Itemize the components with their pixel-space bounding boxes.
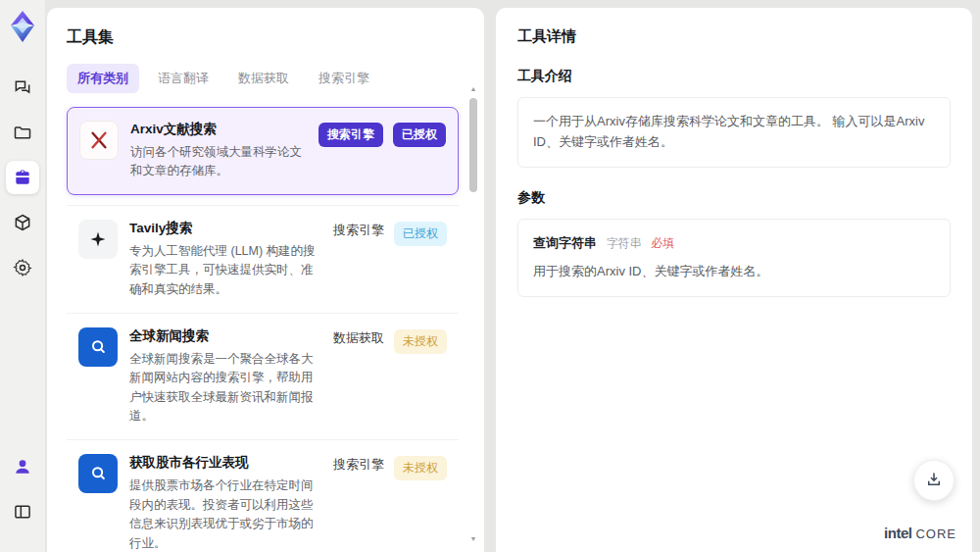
param-type: 字符串: [607, 236, 642, 250]
scroll-down-icon[interactable]: ▼: [470, 534, 477, 544]
category-label: 搜索引擎: [333, 222, 384, 239]
category-tabs: 所有类别 语言翻译 数据获取 搜索引擎: [67, 64, 459, 93]
tool-description: 全球新闻搜索是一个聚合全球各大新闻网站内容的搜索引擎，帮助用户快速获取全球最新资…: [129, 350, 321, 427]
scrollbar-track[interactable]: [469, 94, 477, 534]
avatar-icon: [13, 457, 32, 477]
sidebar-item-toolset[interactable]: [6, 161, 39, 194]
toolset-panel: 工具集 所有类别 语言翻译 数据获取 搜索引擎 Arxiv文献搜索 访问各个研究…: [47, 8, 484, 552]
tab-search-engine[interactable]: 搜索引擎: [308, 64, 380, 93]
chat-bubbles-icon: [13, 77, 32, 97]
tool-name: 获取股市各行业表现: [129, 454, 321, 472]
tool-description: 专为人工智能代理 (LLM) 构建的搜索引擎工具，可快速提供实时、准确和真实的结…: [129, 242, 321, 299]
sidebar-item-chat[interactable]: [6, 71, 39, 104]
tool-list-item-arxiv[interactable]: Arxiv文献搜索 访问各个研究领域大量科学论文和文章的存储库。 搜索引擎 已授…: [67, 107, 459, 195]
folder-icon: [13, 123, 32, 142]
gear-icon: [13, 258, 32, 277]
tool-description: 访问各个研究领域大量科学论文和文章的存储库。: [130, 143, 307, 181]
cube-icon: [13, 213, 32, 232]
panel-collapse-icon: [13, 502, 32, 522]
category-label: 搜索引擎: [333, 456, 384, 474]
list-scrollbar[interactable]: ▲ ▼: [468, 84, 478, 544]
category-badge: 搜索引擎: [318, 123, 383, 147]
sidebar-item-profile[interactable]: [6, 450, 39, 483]
auth-status-badge: 已授权: [393, 123, 446, 147]
tool-detail-panel: 工具详情 工具介绍 一个用于从Arxiv存储库搜索科学论文和文章的工具。 输入可…: [496, 8, 972, 552]
app-logo-icon[interactable]: [8, 10, 37, 43]
core-wordmark: CORE: [915, 527, 956, 540]
tool-list-item-sector-performance[interactable]: 获取股市各行业表现 提供股票市场各个行业在特定时间段内的表现。投资者可以利用这些…: [67, 440, 459, 552]
arxiv-logo-icon: [79, 121, 119, 160]
blue-search-logo-icon: [78, 454, 118, 493]
scroll-up-icon[interactable]: ▲: [470, 84, 477, 94]
tool-name: Tavily搜索: [129, 220, 321, 237]
download-button[interactable]: [913, 460, 955, 501]
app-root: 工具集 所有类别 语言翻译 数据获取 搜索引擎 Arxiv文献搜索 访问各个研究…: [0, 0, 980, 552]
intel-wordmark: intel: [884, 526, 911, 540]
param-box: 查询字符串 字符串 必填 用于搜索的Arxiv ID、关键字或作者姓名。: [517, 219, 951, 298]
sidebar-item-packages[interactable]: [6, 206, 39, 239]
download-icon: [925, 471, 943, 491]
sidebar-item-collapse[interactable]: [6, 495, 39, 528]
category-label: 数据获取: [333, 329, 384, 347]
sidebar-item-files[interactable]: [6, 116, 39, 149]
param-required-flag: 必填: [651, 236, 674, 250]
tool-list-item-tavily[interactable]: Tavily搜索 专为人工智能代理 (LLM) 构建的搜索引擎工具，可快速提供实…: [67, 206, 459, 314]
tool-list: Tavily搜索 专为人工智能代理 (LLM) 构建的搜索引擎工具，可快速提供实…: [67, 205, 459, 552]
scrollbar-thumb[interactable]: [469, 98, 477, 192]
intro-heading: 工具介绍: [517, 68, 951, 85]
briefcase-icon: [13, 168, 32, 187]
blue-search-logo-icon: [78, 327, 118, 367]
detail-title: 工具详情: [517, 27, 951, 46]
sparkle-logo-icon: [78, 220, 118, 259]
intel-core-logo: intel CORE: [884, 526, 956, 540]
sidebar-item-settings[interactable]: [6, 251, 39, 284]
tab-data-fetch[interactable]: 数据获取: [227, 64, 300, 93]
tool-name: Arxiv文献搜索: [130, 121, 307, 138]
auth-status-badge: 未授权: [394, 329, 447, 354]
tab-all-categories[interactable]: 所有类别: [67, 64, 139, 93]
tool-description: 提供股票市场各个行业在特定时间段内的表现。投资者可以利用这些信息来识别表现优于或…: [129, 477, 321, 552]
intro-box: 一个用于从Arxiv存储库搜索科学论文和文章的工具。 输入可以是Arxiv ID…: [517, 97, 951, 168]
auth-status-badge: 未授权: [394, 456, 447, 480]
auth-status-badge: 已授权: [394, 222, 447, 246]
left-rail: [0, 0, 45, 552]
params-heading: 参数: [517, 189, 951, 207]
toolset-title: 工具集: [67, 27, 459, 48]
tab-language-translation[interactable]: 语言翻译: [147, 64, 220, 93]
param-description: 用于搜索的Arxiv ID、关键字或作者姓名。: [533, 262, 935, 282]
tool-list-item-global-news[interactable]: 全球新闻搜索 全球新闻搜索是一个聚合全球各大新闻网站内容的搜索引擎，帮助用户快速…: [67, 314, 459, 441]
tool-name: 全球新闻搜索: [129, 327, 321, 345]
param-name: 查询字符串: [533, 235, 597, 250]
